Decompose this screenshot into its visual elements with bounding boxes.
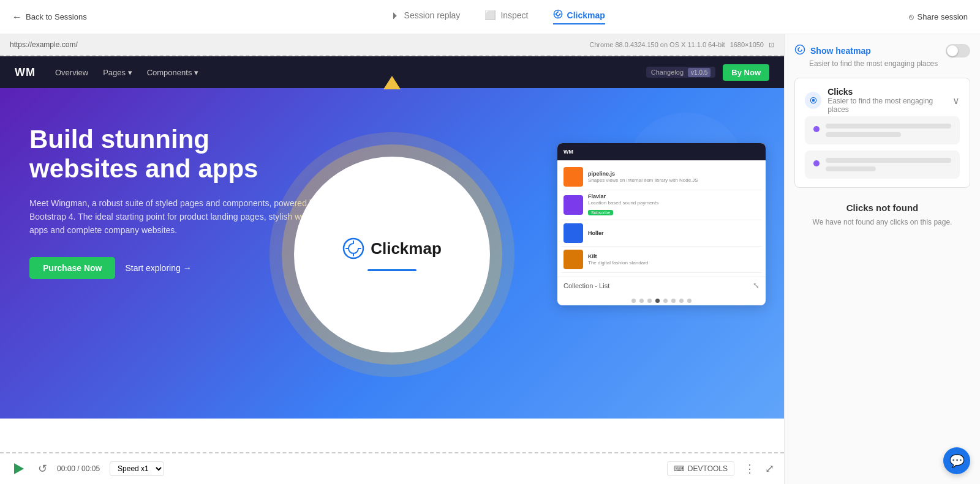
heatmap-icon xyxy=(794,44,805,57)
item-info: Flaviar Location based sound payments Su… xyxy=(588,193,760,217)
inspect-label: Inspect xyxy=(500,10,528,20)
dot-3-active[interactable] xyxy=(655,299,660,303)
devtools-label: DEVTOOLS xyxy=(688,464,728,473)
main-area: https://example.com/ Chrome 88.0.4324.15… xyxy=(0,34,980,484)
speed-select[interactable]: Speed x1 xyxy=(110,461,164,476)
list-item: Holler xyxy=(561,220,762,247)
changelog-badge: Changelog v1.0.5 xyxy=(646,67,716,78)
item-badge: Subscribe xyxy=(588,210,613,215)
hero-buttons: Purchase Now Start exploring → xyxy=(29,257,323,279)
chevron-down-icon[interactable]: ∨ xyxy=(952,95,960,106)
item-info: Holler xyxy=(588,230,760,236)
clicks-card-text: Clicks Easier to find the most engaging … xyxy=(827,87,952,114)
chat-widget-button[interactable]: 💬 xyxy=(943,447,970,474)
play-button[interactable] xyxy=(10,460,28,478)
preview-list: pipeline.js Shapes views on internal ite… xyxy=(557,160,766,277)
list-item: pipeline.js Shapes views on internal ite… xyxy=(561,164,762,190)
placeholder-line-short xyxy=(826,132,901,137)
hero-content: Build stunning websites and apps Meet Wi… xyxy=(29,125,323,279)
expand-icon: ⊡ xyxy=(769,41,774,49)
preview-card: WM pipeline.js Shapes views on internal … xyxy=(557,143,766,305)
dot-5[interactable] xyxy=(671,299,676,303)
placeholder-cards xyxy=(805,116,960,179)
placeholder-lines-1 xyxy=(826,124,951,137)
placeholder-card-1 xyxy=(805,116,960,144)
placeholder-dot-1 xyxy=(813,126,820,132)
heatmap-title-group: Show heatmap Easier to find the most eng… xyxy=(794,44,938,68)
expand-icon[interactable]: ⤡ xyxy=(753,281,760,290)
dot-7[interactable] xyxy=(687,299,692,303)
item-thumb xyxy=(564,167,583,187)
item-title: Holler xyxy=(588,230,760,236)
clicks-card-subtitle: Easier to find the most engaging places xyxy=(827,97,952,114)
list-item: Kilt The digital fashion standard xyxy=(561,247,762,273)
dot-6[interactable] xyxy=(679,299,684,303)
buy-now-button[interactable]: By Now xyxy=(723,64,769,81)
site-nav-overview[interactable]: Overview xyxy=(55,68,88,77)
dot-0[interactable] xyxy=(631,299,636,303)
website-preview: WM Overview Pages Components Changelog v… xyxy=(0,56,784,452)
item-title: Flaviar xyxy=(588,193,760,199)
preview-logo: WM xyxy=(564,149,573,155)
session-panel: https://example.com/ Chrome 88.0.4324.15… xyxy=(0,34,784,484)
tab-session-replay[interactable]: ⏵ Session replay xyxy=(391,10,461,24)
heatmap-toggle[interactable] xyxy=(946,44,970,58)
back-to-sessions-button[interactable]: ← Back to Sessions xyxy=(12,12,87,23)
start-exploring-link[interactable]: Start exploring → xyxy=(125,263,191,273)
placeholder-card-2 xyxy=(805,151,960,179)
timeline-more-button[interactable]: ⋮ xyxy=(744,462,755,475)
placeholder-dot-2 xyxy=(813,160,820,166)
placeholder-line xyxy=(826,124,951,128)
placeholder-lines-2 xyxy=(826,158,951,171)
heatmap-header: Show heatmap Easier to find the most eng… xyxy=(794,44,970,68)
time-display: 00:00 / 00:05 xyxy=(57,464,100,473)
not-found-desc: We have not found any clicks on this pag… xyxy=(794,217,970,228)
hero-desc: Meet Wingman, a robust suite of styled p… xyxy=(29,196,323,237)
hero-title: Build stunning websites and apps xyxy=(29,125,323,184)
tab-inspect[interactable]: ⬜ Inspect xyxy=(484,10,528,24)
site-nav-pages[interactable]: Pages xyxy=(103,68,132,77)
right-panel: Show heatmap Easier to find the most eng… xyxy=(784,34,980,484)
not-found-section: Clicks not found We have not found any c… xyxy=(794,198,970,233)
browser-info: Chrome 88.0.4324.150 on OS X 11.1.0 64-b… xyxy=(589,41,774,49)
nav-center: ⏵ Session replay ⬜ Inspect Clickmap xyxy=(87,9,909,24)
share-session-button[interactable]: ⎋ Share session xyxy=(909,12,968,21)
session-replay-icon: ⏵ xyxy=(391,10,400,20)
item-desc: The digital fashion standard xyxy=(588,260,760,266)
fullscreen-button[interactable]: ⤢ xyxy=(765,462,774,475)
clickmap-brand-icon xyxy=(342,237,364,259)
site-nav-components[interactable]: Components xyxy=(147,68,198,77)
url-text: https://example.com/ xyxy=(10,40,78,49)
placeholder-line-shorter xyxy=(826,166,876,171)
item-desc: Shapes views on internal item library wi… xyxy=(588,177,760,183)
site-navbar-right: Changelog v1.0.5 By Now xyxy=(646,64,769,81)
repeat-button[interactable]: ↺ xyxy=(38,462,47,475)
footer-label: Collection - List xyxy=(564,282,609,289)
purchase-now-button[interactable]: Purchase Now xyxy=(29,257,115,279)
tooltip-arrow xyxy=(383,76,401,89)
url-bar: https://example.com/ Chrome 88.0.4324.15… xyxy=(0,34,784,56)
tab-clickmap[interactable]: Clickmap xyxy=(553,9,605,24)
item-info: pipeline.js Shapes views on internal ite… xyxy=(588,171,760,183)
dot-4[interactable] xyxy=(663,299,668,303)
website-inner: WM Overview Pages Components Changelog v… xyxy=(0,56,784,452)
devtools-button[interactable]: ⌨ DEVTOOLS xyxy=(667,461,734,476)
chat-icon: 💬 xyxy=(949,453,965,468)
session-replay-label: Session replay xyxy=(404,10,461,20)
preview-mini-nav: WM xyxy=(557,143,766,160)
toggle-track[interactable] xyxy=(946,44,970,58)
clickmap-icon xyxy=(553,9,563,21)
svg-point-4 xyxy=(812,99,815,102)
item-info: Kilt The digital fashion standard xyxy=(588,253,760,266)
not-found-title: Clicks not found xyxy=(794,203,970,213)
clickmap-label: Clickmap xyxy=(567,10,605,20)
play-icon xyxy=(14,463,24,474)
list-item: Flaviar Location based sound payments Su… xyxy=(561,190,762,220)
svg-point-2 xyxy=(796,45,805,54)
devtools-icon: ⌨ xyxy=(674,464,684,473)
item-desc: Location based sound payments xyxy=(588,200,760,206)
dot-1[interactable] xyxy=(639,299,644,303)
dot-2[interactable] xyxy=(647,299,652,303)
clickmap-underline xyxy=(368,269,417,271)
clickmap-icon-wrapper: Clickmap xyxy=(342,237,442,259)
